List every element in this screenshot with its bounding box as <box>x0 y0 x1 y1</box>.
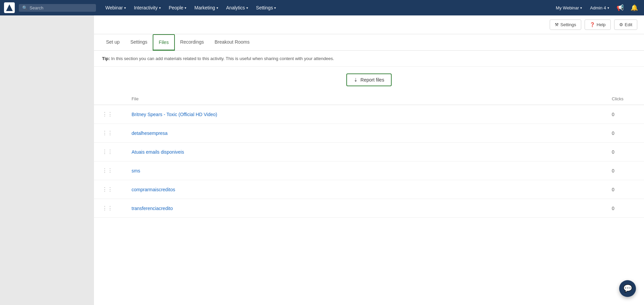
tab-breakout-rooms[interactable]: Breakout Rooms <box>209 35 255 50</box>
drag-handle-icon[interactable]: ⋮⋮ <box>102 205 113 211</box>
report-btn-container: ⇣ Report files <box>94 67 644 93</box>
table-row: ⋮⋮ sms 0 <box>94 161 644 180</box>
gear-icon: ⚙ <box>619 22 623 27</box>
col-header-file: File <box>123 93 604 105</box>
file-link[interactable]: Atuais emails disponiveis <box>132 149 184 155</box>
chat-bubble[interactable]: 💬 <box>619 280 636 297</box>
edit-button[interactable]: ⚙ Edit <box>614 19 637 30</box>
table-row: ⋮⋮ comprarmaiscreditos 0 <box>94 180 644 199</box>
table-row: ⋮⋮ transferenciacredito 0 <box>94 199 644 218</box>
clicks-cell: 0 <box>604 105 644 124</box>
top-action-bar: ⚒ Settings ❓ Help ⚙ Edit <box>94 15 644 34</box>
table-row: ⋮⋮ detalhesempresa 0 <box>94 124 644 143</box>
my-webinar-menu[interactable]: My Webinar ▾ <box>553 4 585 12</box>
clicks-cell: 0 <box>604 143 644 161</box>
download-icon: ⇣ <box>354 77 358 83</box>
file-link[interactable]: transferenciacredito <box>132 206 173 211</box>
clicks-cell: 0 <box>604 124 644 143</box>
navbar-right: My Webinar ▾ Admin 4 ▾ 📢 🔔 <box>553 3 640 13</box>
drag-handle-cell: ⋮⋮ <box>94 161 123 180</box>
nav-item-people[interactable]: People ▾ <box>165 3 190 12</box>
nav-items: Webinar ▾ Interactivity ▾ People ▾ Marke… <box>102 3 553 12</box>
main-wrapper: ⚒ Settings ❓ Help ⚙ Edit Set up Settings… <box>0 15 644 305</box>
drag-handle-cell: ⋮⋮ <box>94 105 123 124</box>
file-link[interactable]: detalhesempresa <box>132 131 167 136</box>
navbar: 🔍 Webinar ▾ Interactivity ▾ People ▾ Mar… <box>0 0 644 15</box>
logo[interactable] <box>4 2 15 13</box>
chevron-down-icon: ▾ <box>216 6 218 10</box>
table-row: ⋮⋮ Atuais emails disponiveis 0 <box>94 143 644 161</box>
file-name-cell: Britney Spears - Toxic (Official HD Vide… <box>123 105 604 124</box>
file-name-cell: Atuais emails disponiveis <box>123 143 604 161</box>
chevron-down-icon: ▾ <box>159 6 161 10</box>
drag-handle-cell: ⋮⋮ <box>94 180 123 199</box>
sidebar <box>0 15 94 305</box>
chevron-down-icon: ▾ <box>185 6 186 10</box>
table-row: ⋮⋮ Britney Spears - Toxic (Official HD V… <box>94 105 644 124</box>
drag-handle-cell: ⋮⋮ <box>94 143 123 161</box>
tabs: Set up Settings Files Recordings Breakou… <box>94 34 644 51</box>
chevron-down-icon: ▾ <box>246 6 248 10</box>
col-header-clicks: Clicks <box>604 93 644 105</box>
settings-button[interactable]: ⚒ Settings <box>550 19 581 30</box>
clicks-cell: 0 <box>604 199 644 218</box>
help-icon: ❓ <box>590 22 595 27</box>
files-table: File Clicks ⋮⋮ Britney Spears - Toxic (O… <box>94 93 644 218</box>
chat-icon: 💬 <box>623 284 632 293</box>
nav-item-settings[interactable]: Settings ▾ <box>253 3 280 12</box>
admin-menu[interactable]: Admin 4 ▾ <box>587 4 612 12</box>
drag-handle-cell: ⋮⋮ <box>94 124 123 143</box>
file-name-cell: comprarmaiscreditos <box>123 180 604 199</box>
nav-item-interactivity[interactable]: Interactivity ▾ <box>131 3 164 12</box>
nav-item-marketing[interactable]: Marketing ▾ <box>191 3 221 12</box>
tip-text: In this section you can add materials re… <box>111 56 334 61</box>
tab-recordings[interactable]: Recordings <box>175 35 209 50</box>
chevron-down-icon: ▾ <box>580 6 582 10</box>
col-header-drag <box>94 93 123 105</box>
chevron-down-icon: ▾ <box>274 6 276 10</box>
help-button[interactable]: ❓ Help <box>585 19 611 30</box>
file-name-cell: transferenciacredito <box>123 199 604 218</box>
logo-icon <box>6 4 13 11</box>
nav-item-webinar[interactable]: Webinar ▾ <box>102 3 129 12</box>
chevron-down-icon: ▾ <box>607 6 609 10</box>
tab-setup[interactable]: Set up <box>101 35 125 50</box>
file-link[interactable]: Britney Spears - Toxic (Official HD Vide… <box>132 112 217 117</box>
drag-handle-icon[interactable]: ⋮⋮ <box>102 167 113 174</box>
file-link[interactable]: comprarmaiscreditos <box>132 187 175 192</box>
drag-handle-icon[interactable]: ⋮⋮ <box>102 149 113 155</box>
search-input[interactable] <box>30 5 93 10</box>
tip-label: Tip: <box>102 56 110 61</box>
wrench-icon: ⚒ <box>555 22 559 27</box>
tab-files[interactable]: Files <box>153 34 175 51</box>
file-name-cell: detalhesempresa <box>123 124 604 143</box>
clicks-cell: 0 <box>604 180 644 199</box>
drag-handle-cell: ⋮⋮ <box>94 199 123 218</box>
chevron-down-icon: ▾ <box>124 6 126 10</box>
report-files-button[interactable]: ⇣ Report files <box>346 73 392 86</box>
announcements-icon[interactable]: 📢 <box>614 3 626 13</box>
notifications-icon[interactable]: 🔔 <box>629 3 640 13</box>
nav-item-analytics[interactable]: Analytics ▾ <box>223 3 251 12</box>
clicks-cell: 0 <box>604 161 644 180</box>
search-box[interactable]: 🔍 <box>19 4 96 12</box>
drag-handle-icon[interactable]: ⋮⋮ <box>102 130 113 136</box>
drag-handle-icon[interactable]: ⋮⋮ <box>102 186 113 193</box>
file-link[interactable]: sms <box>132 168 140 173</box>
drag-handle-icon[interactable]: ⋮⋮ <box>102 111 113 117</box>
file-name-cell: sms <box>123 161 604 180</box>
content-area: ⚒ Settings ❓ Help ⚙ Edit Set up Settings… <box>94 15 644 305</box>
tab-settings[interactable]: Settings <box>125 35 153 50</box>
search-icon: 🔍 <box>22 5 28 10</box>
tip-bar: Tip: In this section you can add materia… <box>94 51 644 67</box>
